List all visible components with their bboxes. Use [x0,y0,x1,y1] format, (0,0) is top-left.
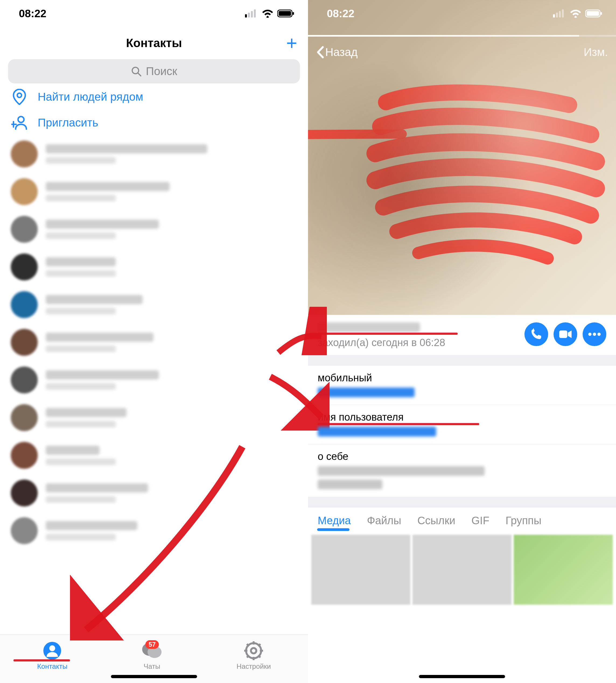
svg-point-38 [593,333,596,336]
last-seen-label: заходил(а) сегодня в 06:28 [318,337,519,348]
tab-files[interactable]: Файлы [367,515,401,527]
media-grid[interactable] [308,531,616,605]
more-icon [588,332,601,336]
svg-rect-31 [562,9,564,18]
more-button[interactable] [582,322,606,346]
invite-label: Пригласить [38,116,98,129]
contact-item[interactable] [0,399,308,436]
tab-groups[interactable]: Группы [506,515,542,527]
svg-rect-6 [279,11,291,16]
screen-header: Контакты + [0,27,308,59]
section-separator [308,497,616,507]
chats-badge: 57 [146,640,159,649]
mobile-label: мобильный [318,372,606,384]
svg-rect-36 [559,331,567,338]
contact-item[interactable] [0,323,308,361]
svg-rect-35 [601,12,602,15]
back-button[interactable]: Назад [316,46,357,59]
home-indicator [419,675,505,678]
profile-name-blurred [318,322,420,332]
contact-item[interactable] [0,436,308,474]
contact-item[interactable] [0,474,308,512]
status-icons [245,9,294,18]
tab-chats[interactable]: 57 Чаты [141,641,162,670]
contact-item[interactable] [0,135,308,173]
annotation-underline-phone [318,423,479,425]
tab-contacts-label: Контакты [37,662,67,670]
tab-gif[interactable]: GIF [471,515,489,527]
profile-photo[interactable]: 08:22 Назад Изм. [308,0,616,315]
search-input[interactable]: Поиск [8,59,300,84]
svg-line-9 [138,73,141,76]
svg-point-8 [132,67,139,74]
tab-settings[interactable]: Настройки [236,641,271,670]
annotation-underline-name [318,333,458,335]
home-indicator [111,675,197,678]
find-nearby-row[interactable]: Найти людей рядом [0,84,308,110]
svg-point-11 [18,116,24,122]
svg-rect-34 [587,11,599,16]
mobile-row[interactable]: мобильный [308,366,616,405]
video-icon [559,329,572,339]
contact-item[interactable] [0,512,308,549]
section-separator [308,355,616,366]
status-bar: 08:22 [308,0,616,27]
video-call-button[interactable] [553,322,577,346]
svg-rect-2 [251,11,253,18]
username-label: имя пользователя [318,411,606,423]
svg-point-10 [17,93,22,97]
svg-rect-1 [248,13,250,18]
svg-point-39 [597,333,601,336]
add-contact-button[interactable]: + [286,33,297,52]
header-title: Контакты [126,36,182,50]
call-button[interactable] [525,322,548,346]
bio-row: о себе [308,444,616,497]
svg-rect-32 [553,14,555,18]
contact-item[interactable] [0,361,308,399]
annotation-underline-contacts [14,659,70,661]
bio-line1-blurred [318,466,485,476]
settings-icon [244,641,263,660]
bio-line2-blurred [318,480,382,489]
search-placeholder: Поиск [146,65,177,78]
svg-rect-7 [293,12,294,15]
media-thumb[interactable] [514,535,613,605]
pin-icon [11,89,28,105]
svg-point-37 [588,333,592,336]
phone-icon [530,328,542,340]
status-bar: 08:22 [0,0,308,27]
username-value-blurred [318,427,436,436]
svg-point-15 [49,645,55,651]
find-nearby-label: Найти людей рядом [38,90,143,103]
contacts-screen: 08:22 Контакты + Поиск Найти людей рядом… [0,0,308,683]
contact-item[interactable] [0,173,308,210]
tab-contacts[interactable]: Контакты [37,641,67,670]
tab-settings-label: Настройки [236,662,271,670]
contact-list[interactable] [0,135,308,549]
invite-icon [11,116,28,130]
profile-screen: 08:22 Назад Изм. [308,0,616,683]
contact-item[interactable] [0,210,308,248]
chevron-left-icon [316,46,324,59]
profile-header: заходил(а) сегодня в 06:28 [308,315,616,355]
media-tabs: Медиа Файлы Ссылки GIF Группы [308,507,616,531]
edit-button[interactable]: Изм. [584,46,608,59]
svg-point-19 [251,648,256,653]
story-progress [308,35,616,37]
status-time: 08:22 [327,7,354,20]
tab-links[interactable]: Ссылки [417,515,455,527]
tab-media[interactable]: Медиа [318,515,351,527]
contacts-icon [43,641,62,660]
search-icon [131,66,141,77]
media-thumb[interactable] [311,535,410,605]
tab-chats-label: Чаты [144,662,160,670]
invite-row[interactable]: Пригласить [0,110,308,135]
annotation-scribble [308,70,616,301]
contact-item[interactable] [0,286,308,323]
back-label: Назад [325,46,357,59]
contact-item[interactable] [0,248,308,286]
status-icons [553,9,602,18]
media-thumb[interactable] [413,535,511,605]
svg-rect-30 [559,11,561,18]
bio-label: о себе [318,451,606,462]
